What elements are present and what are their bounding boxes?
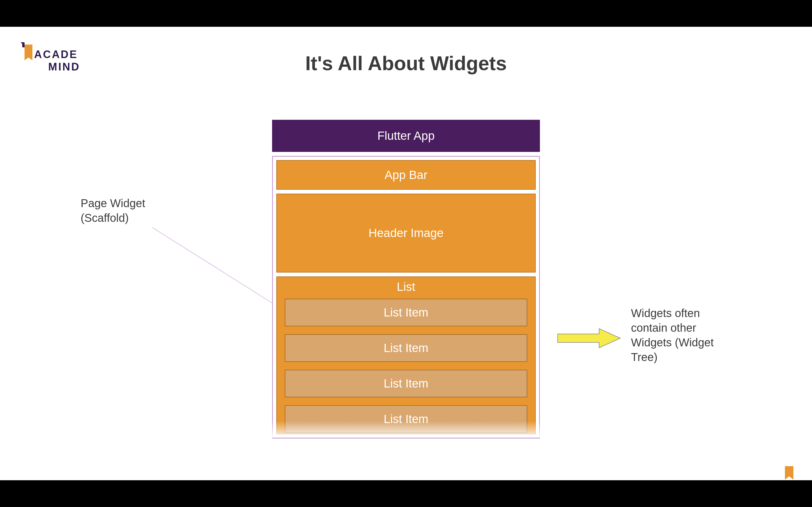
logo-line1: ACADE [34,49,80,61]
bottom-black-bar [0,480,812,507]
list-item: List Item [285,405,527,433]
left-annotation: Page Widget (Scaffold) [80,196,145,225]
widget-diagram: Flutter App App Bar Header Image List Li… [272,120,540,439]
flutter-app-box: Flutter App [272,120,540,152]
left-annotation-line2: (Scaffold) [80,211,145,225]
top-black-bar [0,0,812,27]
app-bar-widget: App Bar [276,160,536,190]
logo-line2: MIND [48,61,80,73]
arrow-icon [557,328,621,349]
slide-title: It's All About Widgets [305,52,507,75]
logo-text: ACADE MIND [34,49,80,73]
svg-line-0 [152,227,272,303]
slide-content: ACADE MIND It's All About Widgets Page W… [0,27,812,480]
header-image-widget: Header Image [276,193,536,273]
list-widget: List List Item List Item List Item List … [276,276,536,434]
logo-bookmark-icon [20,42,33,65]
list-item: List Item [285,370,527,397]
left-annotation-line1: Page Widget [80,196,145,211]
list-title: List [397,280,415,294]
list-item: List Item [285,334,527,362]
list-item: List Item [285,299,527,326]
bottom-bookmark-icon [783,466,795,480]
scaffold-container: App Bar Header Image List List Item List… [272,156,540,439]
academind-logo: ACADE MIND [20,42,80,73]
right-annotation: Widgets often contain other Widgets (Wid… [631,306,733,364]
annotation-pointer-line [152,227,273,303]
